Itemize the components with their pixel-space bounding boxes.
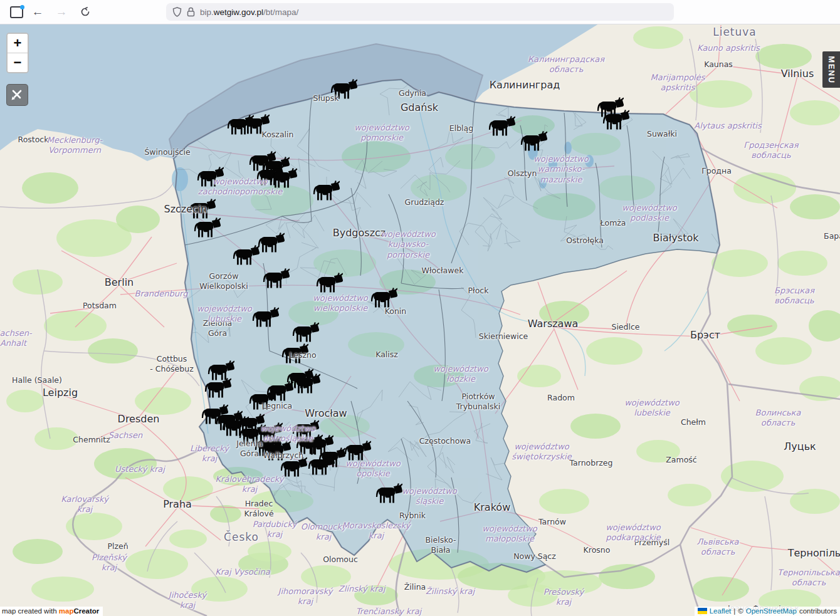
draw-tool-button[interactable] [6, 84, 28, 106]
url-path: /bt/mapa/ [263, 8, 298, 17]
menu-label: MENU [827, 56, 836, 83]
leaflet-link[interactable]: Leaflet [710, 607, 732, 615]
zoom-out-button[interactable]: − [8, 53, 28, 72]
url-text: bip.wetgiw.gov.pl/bt/mapa/ [200, 8, 298, 17]
map-canvas[interactable]: RostockMecklenburg- VorpommernŚwinoujści… [0, 24, 840, 616]
copyright-symbol: © [738, 607, 743, 615]
lock-icon [187, 7, 195, 17]
map-creator-attribution: map created with mapCreator [0, 607, 103, 616]
crossed-pencil-ruler-icon [11, 88, 24, 102]
browser-toolbar: ← → bip.wetgiw.gov.pl/bt/mapa/ [0, 0, 840, 24]
url-domain: wetgiw.gov.pl [214, 8, 263, 17]
notification-dot [20, 5, 24, 9]
zoom-control: + − [6, 33, 29, 73]
menu-tab[interactable]: MENU [822, 51, 840, 88]
forward-button[interactable]: → [52, 3, 71, 21]
reload-icon [80, 7, 90, 17]
ukraine-flag-icon [698, 608, 707, 614]
shield-icon [172, 7, 182, 17]
reload-button[interactable] [76, 3, 95, 21]
attribution-suffix: contributors [799, 607, 837, 615]
url-bar[interactable]: bip.wetgiw.gov.pl/bt/mapa/ [166, 3, 674, 21]
leaflet-attribution: Leaflet | © OpenStreetMap contributors [695, 607, 840, 616]
mapcreator-brand-map: map [59, 607, 74, 615]
mapcreator-brand-creator: Creator [73, 607, 99, 615]
openstreetmap-link[interactable]: OpenStreetMap [746, 607, 797, 615]
url-prefix: bip. [200, 8, 214, 17]
back-button[interactable]: ← [28, 3, 47, 21]
browser-tab-icon[interactable] [10, 6, 23, 18]
zoom-in-button[interactable]: + [8, 34, 28, 53]
map-basemap [0, 24, 840, 616]
attribution-prefix: map created with [2, 607, 59, 615]
attribution-separator: | [733, 607, 735, 615]
